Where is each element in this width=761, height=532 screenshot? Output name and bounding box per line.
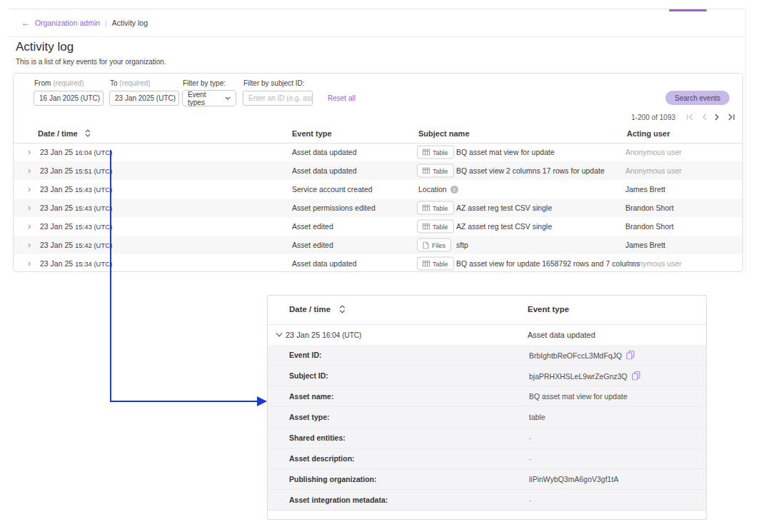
table-icon [423, 149, 430, 156]
chevron-down-icon [225, 96, 231, 100]
acting-user: Anonymous user [625, 166, 682, 175]
column-event-type: Event type [528, 305, 569, 313]
to-label: To (required) [110, 79, 151, 87]
table-header: Date / time Event type Subject name Acti… [14, 128, 742, 144]
expand-chevron-icon[interactable]: › [28, 185, 31, 194]
callout-arrow-head [257, 396, 267, 406]
detail-field-row: Publishing organization: liPinWybQ3mA6go… [268, 469, 706, 490]
acting-user: James Brett [625, 185, 665, 194]
column-date-time[interactable]: Date / time [289, 305, 331, 313]
callout-arrow-line [110, 150, 111, 402]
reset-all-link[interactable]: Reset all [328, 94, 356, 102]
table-row[interactable]: › 23 Jan 25 16:04 (UTC) Asset data updat… [14, 143, 742, 161]
table-icon [423, 205, 430, 211]
copy-icon[interactable] [632, 371, 640, 381]
detail-field-row: Asset description: - [268, 448, 706, 469]
table-row[interactable]: › 23 Jan 25 15:43 (UTC) Asset edited Tab… [14, 217, 742, 236]
detail-field-row: Event ID: BrbIghtbReOFccL3MdFqJQ [268, 345, 706, 366]
table-icon [423, 224, 430, 230]
callout-arrow-line [110, 401, 257, 402]
acting-user: James Brett [625, 241, 665, 249]
last-page-icon[interactable] [727, 114, 735, 121]
page-title: Activity log [16, 40, 74, 54]
table-row[interactable]: › 23 Jan 25 15:43 (UTC) Service account … [14, 180, 742, 199]
detail-table-header: Date / time Event type [268, 296, 706, 325]
subject-type-badge: Files [417, 239, 451, 252]
next-page-icon[interactable] [715, 114, 720, 121]
expand-chevron-icon[interactable]: › [28, 204, 31, 212]
acting-user: Brandon Short [625, 222, 674, 231]
subject-id-input[interactable] [243, 91, 313, 106]
subject-type-badge: Table [417, 164, 454, 178]
from-label: From (required) [34, 79, 84, 87]
subject-type-badge: Table [417, 146, 454, 159]
page-subtitle: This is a list of key events for your or… [16, 58, 166, 66]
file-icon [423, 241, 429, 249]
detail-field-row: Shared entities: - [268, 428, 706, 448]
from-date-input[interactable] [34, 91, 104, 106]
acting-user: Anonymous user [625, 259, 682, 268]
table-body: › 23 Jan 25 16:04 (UTC) Asset data updat… [14, 143, 742, 273]
detail-field-row: Subject ID: bjaPRHXHSLeL9wrZeGnz3Q [268, 366, 706, 386]
sort-icon[interactable] [85, 129, 91, 139]
copy-icon[interactable] [626, 351, 635, 360]
pagination-range: 1-200 of 1093 [631, 114, 675, 121]
activity-log-card: From (required) To (required) Filter by … [13, 73, 743, 272]
expanded-table-row[interactable]: 23 Jan 25 16:04 (UTC) Asset data updated [268, 324, 706, 346]
column-date-time[interactable]: Date / time [38, 129, 78, 138]
subject-type-badge: Table [417, 257, 454, 271]
acting-user: Brandon Short [625, 204, 674, 212]
expand-chevron-icon[interactable]: › [28, 241, 31, 249]
detail-field-row: Asset name: BQ asset mat view for update [268, 386, 706, 407]
table-row[interactable]: › 23 Jan 25 15:34 (UTC) Asset data updat… [14, 254, 742, 273]
table-icon [423, 168, 430, 174]
breadcrumb-separator: | [105, 19, 107, 27]
expanded-row-detail-panel: Date / time Event type 23 Jan 25 16:04 (… [267, 295, 707, 520]
breadcrumb-divider [9, 36, 745, 37]
breadcrumb-current: Activity log [112, 19, 148, 27]
search-events-button[interactable]: Search events [665, 91, 730, 105]
breadcrumb-parent-link[interactable]: Organization admin [35, 19, 100, 27]
column-acting-user: Acting user [627, 129, 670, 138]
table-row[interactable]: › 23 Jan 25 15:51 (UTC) Asset data updat… [14, 161, 742, 180]
acting-user: Anonymous user [625, 148, 682, 156]
back-arrow-icon[interactable]: ← [21, 18, 30, 28]
pagination: 1-200 of 1093 [631, 112, 735, 122]
detail-field-row: Asset type: table [268, 407, 706, 428]
filter-type-label: Filter by type: [183, 79, 226, 87]
to-date-input[interactable] [109, 91, 179, 106]
collapse-chevron-icon[interactable] [276, 332, 283, 337]
column-subject-name: Subject name [418, 129, 470, 138]
prev-page-icon[interactable] [702, 114, 707, 121]
right-divider [745, 9, 746, 272]
sort-icon[interactable] [339, 305, 346, 315]
filter-subject-label: Filter by subject ID: [243, 79, 305, 87]
column-event-type: Event type [292, 129, 332, 138]
detail-fields: Event ID: BrbIghtbReOFccL3MdFqJQ Subject… [268, 345, 706, 511]
expand-chevron-icon[interactable]: › [28, 222, 31, 231]
expand-chevron-icon[interactable]: › [28, 166, 31, 175]
expand-chevron-icon[interactable]: › [28, 148, 31, 156]
subject-type-badge: Table [417, 220, 454, 234]
subject-type-badge: Table [417, 201, 454, 215]
first-page-icon[interactable] [686, 114, 694, 121]
breadcrumb: ← Organization admin | Activity log [21, 9, 148, 36]
event-type-select[interactable]: Event types [182, 90, 236, 106]
expand-chevron-icon[interactable]: › [28, 259, 31, 268]
detail-field-row: Asset integration metadata: - [268, 490, 706, 511]
table-row[interactable]: › 23 Jan 25 15:42 (UTC) Asset edited Fil… [14, 236, 742, 254]
top-accent-bar [669, 9, 707, 11]
table-row[interactable]: › 23 Jan 25 15:43 (UTC) Asset permission… [14, 199, 742, 217]
info-icon[interactable]: i [450, 186, 458, 194]
activity-log-page: ← Organization admin | Activity log Acti… [0, 0, 761, 532]
table-icon [423, 261, 430, 267]
